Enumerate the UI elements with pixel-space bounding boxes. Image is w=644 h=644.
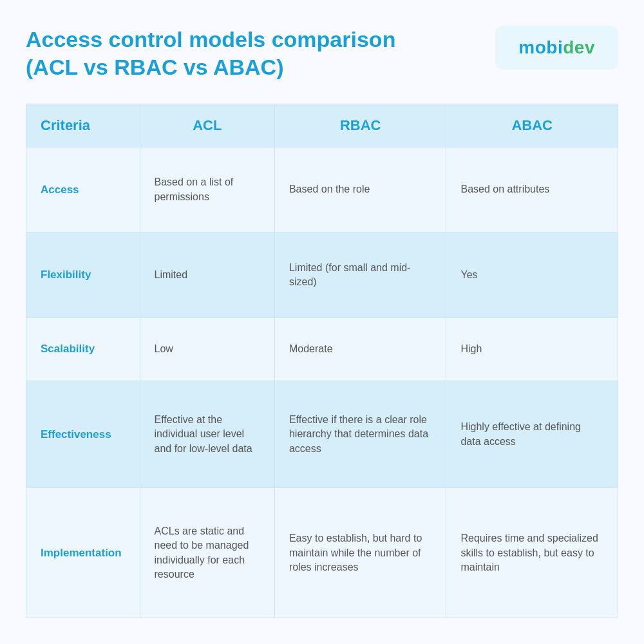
page-title: Access control models comparison (ACL vs… (26, 26, 425, 80)
acl-cell-2: Low (140, 317, 274, 381)
rbac-cell-3: Effective if there is a clear role hiera… (274, 381, 446, 488)
criteria-cell-0: Access (26, 147, 140, 232)
rbac-cell-1: Limited (for small and mid-sized) (274, 232, 446, 317)
rbac-cell-4: Easy to establish, but hard to maintain … (274, 488, 446, 618)
table-header: Criteria ACL RBAC ABAC (26, 104, 618, 147)
logo-dev: dev (563, 37, 595, 57)
abac-cell-2: High (446, 317, 618, 381)
logo: mobidev (518, 37, 595, 58)
logo-mobi: mobi (518, 37, 563, 57)
col-header-abac: ABAC (446, 104, 618, 147)
criteria-cell-2: Scalability (26, 317, 140, 381)
abac-cell-4: Requires time and specialized skills to … (446, 488, 618, 618)
page-wrapper: Access control models comparison (ACL vs… (0, 0, 644, 644)
col-header-criteria: Criteria (26, 104, 140, 147)
acl-cell-0: Based on a list of permissions (140, 147, 274, 232)
abac-cell-3: Highly effective at defining data access (446, 381, 618, 488)
acl-cell-4: ACLs are static and need to be managed i… (140, 488, 274, 618)
acl-cell-3: Effective at the individual user level a… (140, 381, 274, 488)
col-header-rbac: RBAC (274, 104, 446, 147)
acl-cell-1: Limited (140, 232, 274, 317)
rbac-cell-2: Moderate (274, 317, 446, 381)
table-row: EffectivenessEffective at the individual… (26, 381, 618, 488)
table-row: ImplementationACLs are static and need t… (26, 488, 618, 618)
table-row: AccessBased on a list of permissionsBase… (26, 147, 618, 232)
logo-box: mobidev (495, 26, 618, 70)
table-row: ScalabilityLowModerateHigh (26, 317, 618, 381)
comparison-table: Criteria ACL RBAC ABAC AccessBased on a … (26, 104, 618, 618)
rbac-cell-0: Based on the role (274, 147, 446, 232)
abac-cell-1: Yes (446, 232, 618, 317)
header-row: Criteria ACL RBAC ABAC (26, 104, 618, 147)
criteria-cell-1: Flexibility (26, 232, 140, 317)
header: Access control models comparison (ACL vs… (26, 26, 618, 80)
col-header-acl: ACL (140, 104, 274, 147)
table-body: AccessBased on a list of permissionsBase… (26, 147, 618, 618)
abac-cell-0: Based on attributes (446, 147, 618, 232)
criteria-cell-3: Effectiveness (26, 381, 140, 488)
table-row: FlexibilityLimitedLimited (for small and… (26, 232, 618, 317)
criteria-cell-4: Implementation (26, 488, 140, 618)
